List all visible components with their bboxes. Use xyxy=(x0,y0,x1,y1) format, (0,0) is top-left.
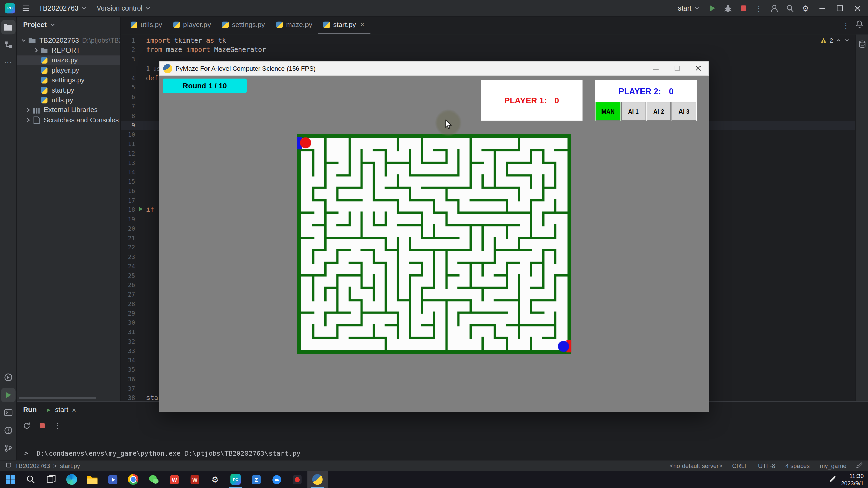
run-tab-start[interactable]: start × xyxy=(45,406,76,414)
window-close-button[interactable] xyxy=(688,61,709,75)
tree-item-root[interactable]: TB20202763 D:\ptjobs\TB20 xyxy=(17,35,120,45)
rerun-button[interactable] xyxy=(21,420,32,431)
main-menu-icon[interactable] xyxy=(19,2,33,14)
run-button[interactable] xyxy=(705,2,719,14)
taskbar-edge-icon[interactable] xyxy=(61,471,82,488)
next-problem-icon[interactable] xyxy=(844,38,850,43)
chevron-right-icon[interactable] xyxy=(24,107,32,113)
python-file-icon xyxy=(40,87,49,94)
close-tab-icon[interactable]: × xyxy=(72,406,76,414)
chevron-right-icon[interactable] xyxy=(32,47,40,53)
more-options-icon[interactable]: ⋮ xyxy=(52,420,63,431)
pen-input-icon[interactable] xyxy=(829,474,836,484)
tree-item-player-py[interactable]: player.py xyxy=(17,65,120,75)
encoding-widget[interactable]: UTF-8 xyxy=(758,462,775,469)
taskbar-settings-icon[interactable]: ⚙ xyxy=(205,471,225,488)
stop-button[interactable] xyxy=(736,2,750,14)
taskbar-chrome-icon[interactable] xyxy=(123,471,143,488)
settings-button[interactable]: ⚙ xyxy=(798,2,812,14)
taskbar-clock[interactable]: 11:30 2023/9/1 xyxy=(841,472,864,486)
taskbar-wps-writer-icon[interactable]: W xyxy=(184,471,205,488)
more-tool-icon[interactable]: ⋯ xyxy=(1,55,15,69)
chevron-expanded-icon[interactable] xyxy=(20,38,28,43)
ai-3-button[interactable]: AI 3 xyxy=(672,102,696,121)
tree-item-settings-py[interactable]: settings.py xyxy=(17,75,120,85)
window-maximize-button[interactable] xyxy=(831,0,848,16)
clock-time: 11:30 xyxy=(841,472,864,479)
tab-utils-py[interactable]: utils.py xyxy=(125,17,168,34)
chevron-right-icon[interactable] xyxy=(24,117,32,123)
game-canvas[interactable]: Round 1 / 10 PLAYER 1: 0 PLAYER 2: 0 MAN… xyxy=(159,76,709,412)
git-tool-icon[interactable] xyxy=(1,441,15,455)
run-gutter-icon[interactable] xyxy=(138,206,143,214)
window-close-button[interactable] xyxy=(849,0,866,16)
debug-button[interactable] xyxy=(721,2,735,14)
indent-widget[interactable]: 4 spaces xyxy=(785,462,810,469)
structure-tool-icon[interactable] xyxy=(1,38,15,52)
taskbar-pygame-icon[interactable] xyxy=(307,471,328,488)
services-tool-icon[interactable] xyxy=(1,370,15,384)
inspections-widget[interactable]: 2 xyxy=(820,37,850,44)
taskbar-pycharm-icon[interactable]: PC xyxy=(225,471,245,488)
taskbar-file-explorer-icon[interactable] xyxy=(82,471,102,488)
search-everywhere-button[interactable] xyxy=(783,2,797,14)
code-with-me-button[interactable] xyxy=(767,2,782,14)
run-config-button[interactable]: start xyxy=(673,2,704,14)
pygame-window[interactable]: PyMaze For A-level Computer Science (156… xyxy=(159,61,709,412)
ai-1-button[interactable]: AI 1 xyxy=(621,102,646,121)
prev-problem-icon[interactable] xyxy=(836,38,841,43)
tree-item-maze-py[interactable]: maze.py xyxy=(17,55,120,65)
tree-item-scratches-and-consoles[interactable]: Scratches and Consoles xyxy=(17,115,120,125)
window-minimize-button[interactable] xyxy=(646,61,667,75)
project-widget-button[interactable]: TB20202763 xyxy=(34,2,91,14)
tree-item-start-py[interactable]: start.py xyxy=(17,85,120,95)
more-actions-button[interactable]: ⋮ xyxy=(752,2,766,14)
tree-item-utils-py[interactable]: utils.py xyxy=(17,95,120,105)
project-panel-header[interactable]: Project xyxy=(17,17,120,33)
python-file-icon xyxy=(131,21,137,28)
man-button[interactable]: MAN xyxy=(596,102,620,121)
window-maximize-button[interactable] xyxy=(667,61,688,75)
vcs-widget-button[interactable]: Version control xyxy=(92,2,155,14)
stop-button[interactable] xyxy=(37,420,48,431)
tab-player-py[interactable]: player.py xyxy=(168,17,217,34)
interpreter-widget[interactable]: my_game xyxy=(820,462,846,469)
taskbar-wechat-icon[interactable] xyxy=(143,471,164,488)
taskbar-search-icon[interactable] xyxy=(20,471,41,488)
terminal-tool-icon[interactable] xyxy=(1,406,15,420)
line-number: 17 xyxy=(121,196,135,205)
line-number: 29 xyxy=(121,309,135,318)
window-minimize-button[interactable] xyxy=(814,0,830,16)
pycharm-logo-icon[interactable]: PC xyxy=(5,3,15,13)
problems-tool-icon[interactable] xyxy=(1,423,15,438)
tab-start-py[interactable]: start.py× xyxy=(318,17,370,34)
run-panel-title[interactable]: Run xyxy=(23,406,37,414)
breadcrumb-file[interactable]: start.py xyxy=(60,462,80,469)
code-line[interactable]: 2from maze import MazeGenerator xyxy=(121,45,855,55)
tab-maze-py[interactable]: maze.py xyxy=(271,17,318,34)
tree-item-external-libraries[interactable]: External Libraries xyxy=(17,105,120,115)
code-line[interactable]: 1import tkinter as tk xyxy=(121,36,855,45)
tab-settings-py[interactable]: settings.py xyxy=(216,17,271,34)
taskbar-windows-start-icon[interactable] xyxy=(0,471,20,488)
taskbar-media-player-icon[interactable] xyxy=(102,471,123,488)
horizontal-scrollbar[interactable] xyxy=(19,397,97,399)
taskbar-task-view-icon[interactable] xyxy=(41,471,61,488)
breadcrumb-root[interactable]: TB20202763 xyxy=(15,462,50,469)
ai-2-button[interactable]: AI 2 xyxy=(646,102,671,121)
taskbar-app-blue-icon[interactable]: Z xyxy=(246,471,266,488)
run-tool-icon[interactable] xyxy=(1,388,15,402)
line-ending-widget[interactable]: CRLF xyxy=(732,462,748,469)
taskbar-netdisk-icon[interactable] xyxy=(266,471,287,488)
readonly-pen-icon[interactable] xyxy=(856,462,863,469)
tree-item-report[interactable]: REPORT xyxy=(17,45,120,55)
pygame-window-titlebar[interactable]: PyMaze For A-level Computer Science (156… xyxy=(159,61,709,76)
taskbar-wps-icon[interactable]: W xyxy=(164,471,184,488)
more-tabs-icon[interactable]: ⋮ xyxy=(842,21,850,29)
default-server-widget[interactable]: <no default server> xyxy=(670,462,722,469)
close-tab-icon[interactable]: × xyxy=(360,20,364,28)
database-icon[interactable] xyxy=(858,40,866,51)
notifications-bell-icon[interactable] xyxy=(855,20,863,30)
project-folder-tool-icon[interactable] xyxy=(1,20,15,34)
taskbar-recorder-icon[interactable] xyxy=(287,471,307,488)
